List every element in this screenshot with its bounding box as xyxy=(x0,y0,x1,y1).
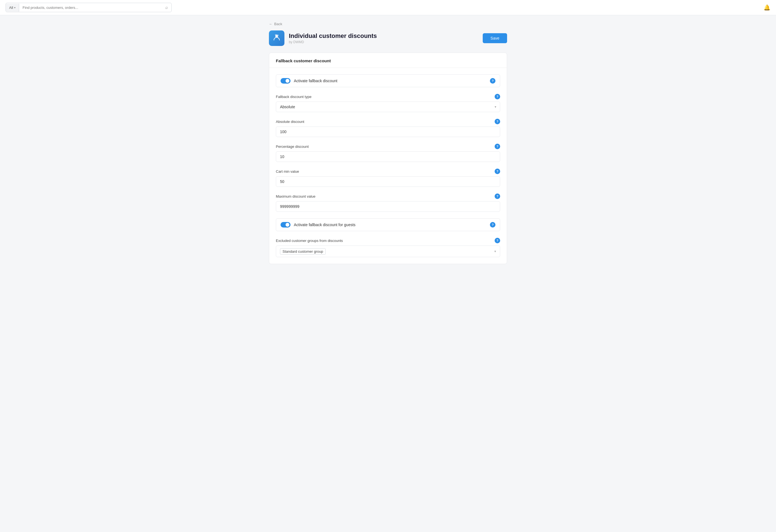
percentage-discount-input[interactable] xyxy=(276,152,500,162)
cart-min-label: Cart min value xyxy=(276,170,299,174)
search-filter-button[interactable]: All ▾ xyxy=(6,4,19,12)
cart-min-input[interactable] xyxy=(276,176,500,187)
fallback-type-label-row: Fallback discount type ? xyxy=(276,94,500,99)
max-discount-label: Maximum discount value xyxy=(276,194,316,199)
toggle-thumb xyxy=(285,79,289,83)
absolute-discount-input[interactable] xyxy=(276,126,500,137)
fallback-type-select-wrapper: Absolute Percentage ▾ xyxy=(276,101,500,112)
search-filter-label: All xyxy=(9,6,13,10)
percentage-discount-help-icon[interactable]: ? xyxy=(495,144,500,149)
page-header-left: €$ % Individual customer discounts by DW… xyxy=(269,30,377,46)
activate-guests-row: Activate fallback discount for guests ? xyxy=(276,218,500,231)
plugin-icon: €$ % xyxy=(269,30,284,46)
activate-fallback-label-group: Activate fallback discount xyxy=(280,78,337,83)
activate-guests-toggle[interactable] xyxy=(280,222,290,228)
card-body: Activate fallback discount ? Fallback di… xyxy=(269,68,507,264)
main-card: Fallback customer discount Activate fall… xyxy=(269,53,507,264)
activate-guests-label: Activate fallback discount for guests xyxy=(294,223,356,227)
cart-min-help-icon[interactable]: ? xyxy=(495,169,500,174)
page-header: €$ % Individual customer discounts by DW… xyxy=(269,30,507,46)
search-filter-chevron: ▾ xyxy=(14,6,15,9)
page-subtitle: by DWMD xyxy=(289,40,377,44)
max-discount-row: Maximum discount value ? xyxy=(276,194,500,212)
top-navigation: All ▾ ⌕ 🔔 xyxy=(0,0,776,15)
card-header: Fallback customer discount xyxy=(269,53,507,68)
max-discount-help-icon[interactable]: ? xyxy=(495,194,500,199)
svg-text:€$: €$ xyxy=(275,34,277,36)
absolute-discount-label: Absolute discount xyxy=(276,119,305,124)
excluded-groups-chevron-icon: ▾ xyxy=(494,249,496,253)
cart-min-label-row: Cart min value ? xyxy=(276,169,500,174)
notifications-button[interactable]: 🔔 xyxy=(764,4,770,11)
page-title-group: Individual customer discounts by DWMD xyxy=(289,32,377,44)
absolute-discount-row: Absolute discount ? xyxy=(276,119,500,137)
page-container: ← Back €$ % Individual customer discount… xyxy=(263,15,513,271)
percentage-discount-label: Percentage discount xyxy=(276,145,309,149)
max-discount-label-row: Maximum discount value ? xyxy=(276,194,500,199)
excluded-groups-label: Excluded customer groups from discounts xyxy=(276,239,343,243)
back-link[interactable]: ← Back xyxy=(269,22,507,26)
excluded-groups-help-icon[interactable]: ? xyxy=(495,238,500,243)
excluded-groups-row: Excluded customer groups from discounts … xyxy=(276,238,500,257)
activate-fallback-row: Activate fallback discount ? xyxy=(276,74,500,87)
percentage-discount-row: Percentage discount ? xyxy=(276,144,500,162)
absolute-discount-help-icon[interactable]: ? xyxy=(495,119,500,124)
max-discount-input[interactable] xyxy=(276,201,500,212)
activate-guests-help-icon[interactable]: ? xyxy=(490,222,496,228)
search-input[interactable] xyxy=(19,4,162,12)
search-bar: All ▾ ⌕ xyxy=(6,3,172,12)
cart-min-row: Cart min value ? xyxy=(276,169,500,187)
excluded-groups-label-row: Excluded customer groups from discounts … xyxy=(276,238,500,243)
back-arrow-icon: ← xyxy=(269,22,272,26)
fallback-type-select[interactable]: Absolute Percentage xyxy=(276,101,500,112)
search-icon: ⌕ xyxy=(165,5,168,10)
activate-fallback-label: Activate fallback discount xyxy=(294,79,337,83)
activate-guests-label-group: Activate fallback discount for guests xyxy=(280,222,356,228)
card-title: Fallback customer discount xyxy=(276,58,500,63)
plugin-icon-text: €$ % xyxy=(272,33,281,43)
percentage-discount-label-row: Percentage discount ? xyxy=(276,144,500,149)
activate-fallback-help-icon[interactable]: ? xyxy=(490,78,496,83)
fallback-type-label: Fallback discount type xyxy=(276,95,312,99)
fallback-type-row: Fallback discount type ? Absolute Percen… xyxy=(276,94,500,112)
excluded-groups-input[interactable]: Standard customer group ▾ xyxy=(276,246,500,257)
toggle-guests-thumb xyxy=(285,223,289,227)
back-label: Back xyxy=(274,22,282,26)
svg-text:%: % xyxy=(277,34,279,36)
bell-icon: 🔔 xyxy=(764,4,770,11)
excluded-group-tag-label: Standard customer group xyxy=(282,249,323,254)
page-title: Individual customer discounts xyxy=(289,32,377,40)
fallback-type-help-icon[interactable]: ? xyxy=(495,94,500,99)
excluded-group-tag: Standard customer group xyxy=(280,248,326,255)
save-button[interactable]: Save xyxy=(483,33,507,43)
activate-fallback-toggle[interactable] xyxy=(280,78,290,83)
search-submit-button[interactable]: ⌕ xyxy=(162,3,171,12)
toggle-track xyxy=(280,78,290,83)
absolute-discount-label-row: Absolute discount ? xyxy=(276,119,500,124)
toggle-guests-track xyxy=(280,222,290,228)
